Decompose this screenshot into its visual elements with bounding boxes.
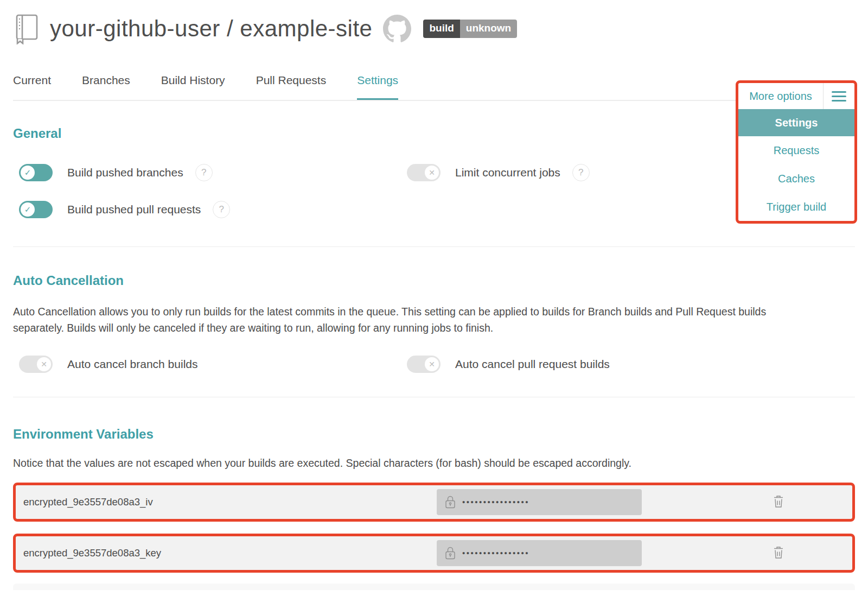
general-toggles: ✓ Build pushed branches ? ✕ Limit concur… (19, 162, 855, 220)
auto-cancellation-heading: Auto Cancellation (13, 273, 855, 288)
setting-auto-cancel-pull-request-builds: ✕ Auto cancel pull request builds (407, 353, 855, 375)
menu-item-settings[interactable]: Settings (738, 109, 854, 136)
repo-book-icon (13, 13, 40, 45)
menu-item-caches[interactable]: Caches (738, 164, 854, 193)
help-icon[interactable]: ? (195, 164, 213, 181)
auto-cancellation-description: Auto Cancellation allows you to only run… (13, 303, 801, 336)
trash-icon (773, 546, 784, 559)
env-var-actions (642, 493, 852, 512)
toggle-label: Build pushed branches (67, 166, 183, 179)
toggle-build-pushed-branches[interactable]: ✓ (19, 164, 53, 181)
env-var-actions (642, 544, 852, 563)
help-icon[interactable]: ? (213, 201, 230, 218)
badge-build-label: build (423, 20, 459, 38)
hamburger-menu-icon[interactable] (824, 91, 854, 102)
masked-value: •••••••••••••••• (462, 497, 529, 506)
tab-branches[interactable]: Branches (82, 71, 130, 99)
toggle-label: Auto cancel pull request builds (455, 358, 610, 371)
auto-cancellation-toggles: ✕ Auto cancel branch builds ✕ Auto cance… (19, 353, 855, 375)
section-divider (13, 246, 855, 247)
env-var-row-iv: encrypted_9e3557de08a3_iv ••••••••••••••… (13, 483, 855, 522)
env-var-name: encrypted_9e3557de08a3_key (23, 547, 437, 559)
tab-pull-requests[interactable]: Pull Requests (256, 71, 327, 99)
environment-variable-list: encrypted_9e3557de08a3_iv ••••••••••••••… (13, 483, 855, 573)
delete-env-var-button[interactable] (770, 544, 787, 563)
lock-icon (445, 495, 456, 510)
tab-settings[interactable]: Settings (357, 71, 398, 99)
toggle-knob-cross-icon: ✕ (37, 357, 51, 371)
help-icon[interactable]: ? (572, 164, 590, 181)
repo-tab-bar: Current Branches Build History Pull Requ… (13, 71, 855, 101)
masked-value: •••••••••••••••• (462, 548, 529, 557)
env-var-row-key: encrypted_9e3557de08a3_key •••••••••••••… (13, 534, 855, 573)
lock-icon (445, 546, 456, 561)
env-var-value-field[interactable]: •••••••••••••••• (437, 489, 642, 515)
environment-variables-heading: Environment Variables (13, 427, 855, 442)
general-heading: General (13, 126, 855, 141)
section-divider (13, 397, 855, 397)
more-options-button[interactable]: More options (738, 90, 823, 103)
trash-icon (773, 495, 784, 508)
menu-item-trigger-build[interactable]: Trigger build (738, 193, 854, 221)
setting-auto-cancel-branch-builds: ✕ Auto cancel branch builds (19, 353, 407, 375)
toggle-build-pushed-pull-requests[interactable]: ✓ (19, 201, 53, 218)
toggle-label: Build pushed pull requests (67, 203, 201, 216)
tab-current[interactable]: Current (13, 71, 51, 99)
toggle-limit-concurrent-jobs[interactable]: ✕ (407, 164, 441, 181)
toggle-knob-cross-icon: ✕ (425, 357, 439, 371)
github-octocat-icon (383, 15, 411, 43)
toggle-knob-cross-icon: ✕ (425, 166, 439, 180)
more-options-popup: More options Settings Requests Caches Tr… (736, 80, 857, 224)
env-var-value-field[interactable]: •••••••••••••••• (437, 540, 642, 566)
settings-page: your-github-user / example-site build un… (0, 12, 868, 590)
toggle-auto-cancel-branch-builds[interactable]: ✕ (19, 356, 53, 373)
build-status-badge: build unknown (423, 20, 517, 38)
badge-status-value: unknown (460, 20, 517, 38)
toggle-knob-check-icon: ✓ (21, 166, 35, 180)
toggle-label: Limit concurrent jobs (455, 166, 560, 179)
delete-env-var-button[interactable] (770, 493, 787, 512)
env-var-name: encrypted_9e3557de08a3_iv (23, 496, 437, 508)
toggle-knob-check-icon: ✓ (21, 202, 35, 217)
setting-build-pushed-branches: ✓ Build pushed branches ? (19, 162, 407, 183)
repo-header: your-github-user / example-site build un… (13, 12, 855, 46)
setting-build-pushed-pull-requests: ✓ Build pushed pull requests ? (19, 199, 407, 220)
more-options-header: More options (738, 83, 854, 109)
menu-item-requests[interactable]: Requests (738, 136, 854, 164)
next-input-row-partial (13, 584, 855, 590)
toggle-label: Auto cancel branch builds (67, 358, 198, 371)
page-title: your-github-user / example-site (50, 16, 372, 42)
tab-build-history[interactable]: Build History (161, 71, 225, 99)
toggle-auto-cancel-pull-request-builds[interactable]: ✕ (407, 356, 441, 373)
environment-variables-notice: Notice that the values are not escaped w… (13, 457, 855, 470)
